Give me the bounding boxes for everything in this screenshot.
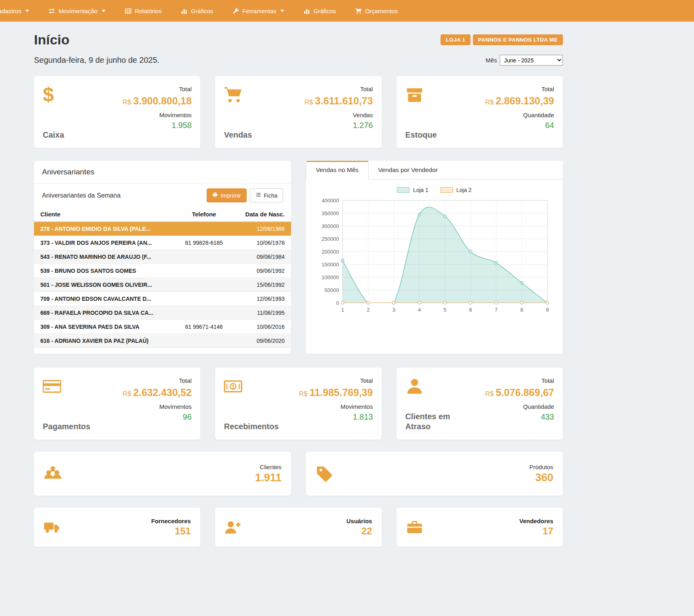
row-client: 539 - BRUNO DOS SANTOS GOMES bbox=[34, 264, 175, 278]
table-row[interactable]: 543 - RENATO MARINHO DE ARAUJO (F...09/0… bbox=[34, 250, 291, 264]
current-date: Segunda-feira, 9 de junho de 2025. bbox=[34, 56, 160, 65]
svg-text:6: 6 bbox=[469, 307, 472, 313]
truck-icon bbox=[44, 519, 60, 536]
table-row[interactable]: 616 - ADRIANO XAVIER DA PAZ (PALAÚ)09/06… bbox=[34, 334, 291, 348]
column-header-cliente: Cliente bbox=[34, 207, 175, 222]
clientes-em-atraso-card: Clientes em Atraso Total R$5.076.869,67 … bbox=[397, 368, 563, 440]
row-client: 278 - ANTONIO EMIDIO DA SILVA (PALE... bbox=[34, 222, 175, 236]
printer-icon bbox=[212, 192, 218, 199]
count-label: Vendas bbox=[304, 112, 373, 118]
top-navbar: Cadastros Movimentação Relatórios Gráfic… bbox=[0, 0, 694, 22]
tab-vendas-por-vendedor[interactable]: Vendas por Vendedor bbox=[369, 161, 447, 179]
shopping-cart-icon bbox=[224, 86, 252, 106]
dollar-icon: $ bbox=[43, 86, 64, 103]
total-label: Total bbox=[123, 377, 192, 384]
company-button[interactable]: PANNOS E PANNOS LTDA ME bbox=[473, 34, 563, 45]
count-value: 1.958 bbox=[123, 121, 192, 130]
total-value: R$2.632.430,52 bbox=[123, 387, 192, 398]
legend-item-loja1[interactable]: Loja 1 bbox=[397, 187, 428, 193]
svg-text:5: 5 bbox=[443, 307, 446, 313]
user-icon bbox=[405, 377, 455, 397]
month-select[interactable]: June - 2025 bbox=[500, 55, 563, 66]
sales-tabs: Vendas no Mês Vendas por Vendedor bbox=[306, 161, 563, 180]
counter-value: 22 bbox=[346, 526, 372, 537]
birthdays-table: Cliente Telefone Data de Nasc. 278 - ANT… bbox=[34, 207, 291, 348]
nav-item-relatorios[interactable]: Relatórios bbox=[115, 0, 172, 22]
table-row[interactable]: 501 - JOSE WELISSON GOMES OLIVEIR...15/0… bbox=[34, 278, 291, 292]
total-label: Total bbox=[304, 86, 373, 92]
table-row[interactable]: 373 - VALDIR DOS ANJOS PEREIRA (AN...81 … bbox=[34, 236, 291, 250]
counter-label: Usuários bbox=[346, 518, 372, 524]
total-label: Total bbox=[485, 377, 554, 384]
svg-text:8: 8 bbox=[520, 307, 523, 313]
count-value: 96 bbox=[123, 412, 192, 422]
total-value: R$5.076.869,67 bbox=[485, 387, 554, 398]
chevron-down-icon bbox=[280, 10, 284, 12]
sales-panel: Vendas no Mês Vendas por Vendedor Loja 1… bbox=[306, 161, 563, 354]
nav-item-label: Movimentação bbox=[58, 8, 98, 14]
row-client: 501 - JOSE WELISSON GOMES OLIVEIR... bbox=[34, 278, 175, 292]
nav-item-orcamentos[interactable]: Orçamentos bbox=[345, 0, 407, 22]
nav-item-movimentacao[interactable]: Movimentação bbox=[39, 0, 115, 22]
row-phone bbox=[175, 250, 232, 264]
count-label: Quantidade bbox=[485, 112, 554, 118]
birthday-table-body: 278 - ANTONIO EMIDIO DA SILVA (PALE...12… bbox=[34, 222, 291, 348]
chart-legend: Loja 1 Loja 2 bbox=[314, 182, 555, 196]
nav-item-cadastros[interactable]: Cadastros bbox=[0, 0, 39, 22]
nav-item-label: Gráficos bbox=[313, 8, 336, 14]
svg-text:4: 4 bbox=[418, 307, 421, 313]
row-birth: 12/06/1993 bbox=[232, 292, 291, 306]
credit-card-icon bbox=[43, 377, 90, 397]
store-button[interactable]: LOJA 1 bbox=[441, 34, 471, 45]
wrench-icon bbox=[232, 8, 239, 14]
vendas-card: Vendas Total R$3.611.610,73 Vendas 1.276 bbox=[215, 76, 381, 148]
usuarios-card: Usuários 22 bbox=[215, 508, 381, 547]
counter-value: 1.911 bbox=[255, 472, 281, 484]
birthdays-panel: Aniversariantes Aniversariantes da Seman… bbox=[34, 161, 291, 354]
svg-text:300000: 300000 bbox=[321, 223, 339, 229]
row-phone bbox=[175, 264, 232, 278]
bar-chart-icon bbox=[181, 8, 187, 14]
stat-name: Vendas bbox=[224, 130, 252, 140]
count-label: Quantidade bbox=[485, 403, 554, 410]
table-row[interactable]: 278 - ANTONIO EMIDIO DA SILVA (PALE...12… bbox=[34, 222, 291, 236]
exchange-icon bbox=[48, 8, 55, 14]
nav-item-graficos-1[interactable]: Gráficos bbox=[171, 0, 223, 22]
total-value: R$3.900.800,18 bbox=[123, 95, 192, 107]
box-icon bbox=[405, 86, 437, 106]
row-birth: 09/06/1984 bbox=[232, 250, 291, 264]
print-button[interactable]: Imprimir bbox=[207, 188, 247, 202]
nav-item-ferramentas[interactable]: Ferramentas bbox=[223, 0, 294, 22]
total-label: Total bbox=[123, 86, 192, 92]
row-client: 669 - RAFAELA PROCOPIO DA SILVA CA... bbox=[34, 306, 175, 320]
table-row[interactable]: 309 - ANA SEVERINA PAES DA SILVA81 99671… bbox=[34, 320, 291, 334]
ficha-button[interactable]: Ficha bbox=[250, 188, 283, 202]
sales-chart: 0500001000001500002000002500003000003500… bbox=[316, 196, 553, 316]
svg-text:1: 1 bbox=[341, 307, 344, 313]
nav-item-graficos-2[interactable]: Gráficos bbox=[294, 0, 345, 22]
nav-item-label: Gráficos bbox=[191, 8, 213, 14]
count-value: 1.276 bbox=[304, 121, 373, 130]
total-label: Total bbox=[485, 86, 554, 92]
produtos-counter-card: Produtos 360 bbox=[306, 452, 563, 496]
svg-text:400000: 400000 bbox=[321, 198, 339, 204]
counter-label: Produtos bbox=[529, 464, 553, 470]
table-row[interactable]: 539 - BRUNO DOS SANTOS GOMES09/06/1992 bbox=[34, 264, 291, 278]
counter-label: Vendedores bbox=[519, 518, 553, 524]
stat-name: Estoque bbox=[405, 130, 437, 140]
row-phone bbox=[175, 306, 232, 320]
table-icon bbox=[125, 8, 132, 14]
stat-name: Pagamentos bbox=[43, 422, 90, 432]
loja2-swatch bbox=[441, 187, 453, 193]
month-label: Mês bbox=[486, 57, 497, 64]
row-birth: 09/06/1992 bbox=[232, 264, 291, 278]
row-birth: 10/06/2016 bbox=[232, 320, 291, 334]
tab-vendas-no-mes[interactable]: Vendas no Mês bbox=[306, 161, 369, 180]
nav-item-label: Orçamentos bbox=[365, 8, 398, 14]
svg-text:350000: 350000 bbox=[321, 210, 339, 216]
column-header-data-nasc: Data de Nasc. bbox=[232, 207, 291, 222]
table-row[interactable]: 709 - ANTONIO EDSON CAVALCANTE D...12/06… bbox=[34, 292, 291, 306]
table-row[interactable]: 669 - RAFAELA PROCOPIO DA SILVA CA...11/… bbox=[34, 306, 291, 320]
svg-text:250000: 250000 bbox=[321, 236, 339, 242]
legend-item-loja2[interactable]: Loja 2 bbox=[441, 187, 472, 193]
